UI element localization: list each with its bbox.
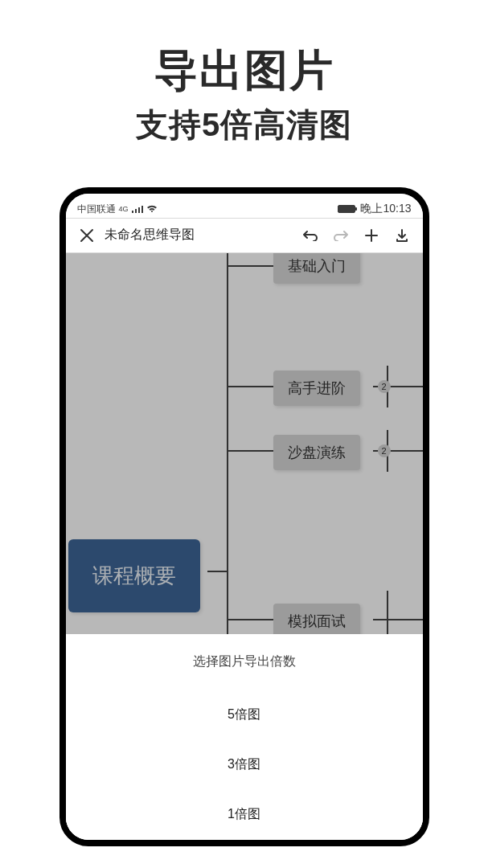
signal-icon <box>132 205 143 213</box>
status-bar: 中国联通 4G 晚上10:13 <box>66 194 423 218</box>
app-toolbar: 未命名思维导图 <box>66 218 423 253</box>
mindmap-node-label: 高手进阶 <box>288 380 346 396</box>
marketing-subtitle: 支持5倍高清图 <box>0 103 488 147</box>
status-right: 晚上10:13 <box>338 202 411 216</box>
mindmap-node[interactable]: 高手进阶 <box>273 371 360 406</box>
battery-icon <box>338 205 355 213</box>
mindmap-node[interactable]: 基础入门 <box>273 253 360 284</box>
export-option-3x[interactable]: 3倍图 <box>66 740 423 790</box>
document-title[interactable]: 未命名思维导图 <box>101 227 296 244</box>
export-button[interactable] <box>388 221 416 250</box>
svg-rect-2 <box>138 207 140 213</box>
export-sheet-title: 选择图片导出倍数 <box>66 634 423 690</box>
mindmap-root-node[interactable]: 课程概要 <box>68 539 200 612</box>
network-badge: 4G <box>119 205 129 213</box>
close-button[interactable] <box>72 221 101 250</box>
carrier-label: 中国联通 <box>77 203 116 216</box>
mindmap-node-label: 沙盘演练 <box>288 444 346 461</box>
svg-rect-1 <box>135 209 137 213</box>
mindmap-node-label: 模拟面试 <box>288 613 346 629</box>
wifi-icon <box>146 205 158 213</box>
phone-frame: 中国联通 4G 晚上10:13 未命名思维导图 <box>59 187 429 846</box>
mindmap-canvas[interactable]: 课程概要 基础入门 高手进阶 2 沙盘演练 2 模拟面试 选择图片导出倍数 5倍… <box>66 253 423 840</box>
child-count-badge: 2 <box>378 444 391 457</box>
toolbar-right-group <box>296 221 416 250</box>
svg-rect-3 <box>141 206 143 213</box>
mindmap-node-label: 基础入门 <box>288 258 346 274</box>
status-left: 中国联通 4G <box>77 203 158 216</box>
undo-button[interactable] <box>296 221 325 250</box>
modal-dim-overlay[interactable] <box>66 253 423 687</box>
export-option-5x[interactable]: 5倍图 <box>66 690 423 740</box>
child-count-badge: 2 <box>378 380 391 393</box>
mindmap-node[interactable]: 沙盘演练 <box>273 435 360 470</box>
export-option-1x[interactable]: 1倍图 <box>66 790 423 840</box>
redo-button[interactable] <box>326 221 355 250</box>
svg-rect-0 <box>132 211 133 213</box>
mindmap-root-label: 课程概要 <box>92 563 176 588</box>
add-node-button[interactable] <box>357 221 386 250</box>
export-action-sheet: 选择图片导出倍数 5倍图 3倍图 1倍图 <box>66 634 423 840</box>
clock-label: 晚上10:13 <box>360 202 411 216</box>
marketing-title: 导出图片 <box>0 44 488 96</box>
